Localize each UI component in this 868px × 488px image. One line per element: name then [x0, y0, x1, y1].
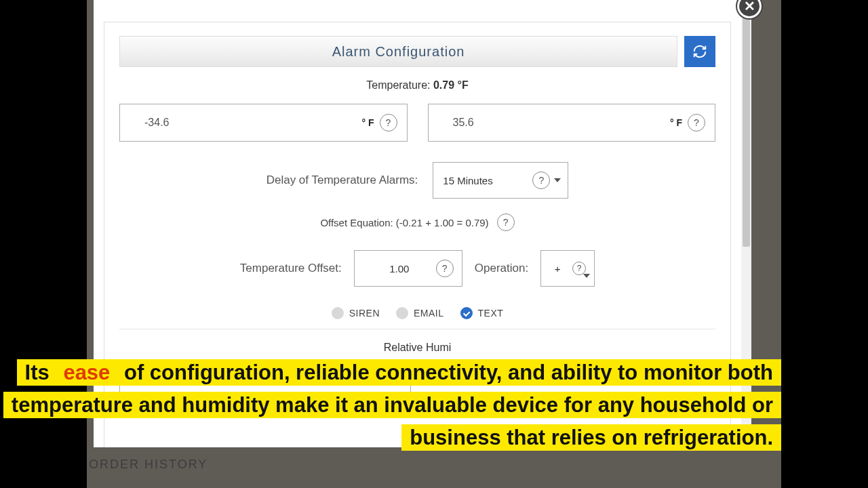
radio-icon: [332, 307, 344, 319]
humidity-section-title: Relative Humi: [119, 342, 715, 354]
help-icon[interactable]: ?: [436, 260, 454, 277]
video-caption-overlay: Its ease of configuration, reliable conn…: [0, 357, 781, 454]
notification-options: SIREN EMAIL TEXT: [119, 307, 715, 319]
notify-siren[interactable]: SIREN: [332, 307, 380, 319]
radio-icon: [396, 307, 408, 319]
operation-select[interactable]: + ?: [540, 250, 595, 287]
current-temperature: Temperature: 0.79 °F: [119, 79, 715, 92]
dialog-title: Alarm Configuration: [119, 36, 677, 67]
help-icon[interactable]: ?: [497, 214, 515, 231]
high-temp-field[interactable]: ° F ?: [428, 104, 716, 142]
offset-field[interactable]: 1.00 ?: [354, 250, 462, 287]
delay-select[interactable]: 15 Minutes ?: [433, 162, 568, 199]
close-icon: ✕: [744, 0, 755, 14]
low-temp-field[interactable]: ° F ?: [119, 104, 408, 142]
low-temp-unit: ° F: [361, 117, 374, 128]
radio-checked-icon: [460, 307, 473, 319]
delay-label: Delay of Temperature Alarms:: [267, 174, 418, 187]
scrollbar-thumb[interactable]: [743, 9, 750, 247]
offset-label: Temperature Offset:: [240, 262, 342, 275]
notify-email[interactable]: EMAIL: [396, 307, 444, 319]
offset-equation: Offset Equation: (-0.21 + 1.00 = 0.79) ?: [119, 214, 715, 231]
help-icon[interactable]: ?: [532, 171, 550, 189]
high-temp-input[interactable]: [453, 117, 670, 129]
chevron-down-icon: [583, 274, 590, 278]
operation-value: +: [549, 263, 566, 274]
chevron-down-icon: [554, 178, 561, 182]
high-temp-unit: ° F: [670, 117, 682, 128]
refresh-button[interactable]: [684, 36, 715, 67]
help-icon[interactable]: ?: [380, 114, 397, 131]
refresh-icon: [692, 44, 707, 59]
help-icon[interactable]: ?: [688, 114, 705, 131]
notify-text[interactable]: TEXT: [460, 307, 504, 319]
delay-value: 15 Minutes: [443, 175, 532, 186]
section-divider: [119, 329, 715, 329]
offset-value: 1.00: [363, 263, 436, 274]
nav-order-history[interactable]: ORDER HISTORY: [89, 458, 208, 472]
help-icon[interactable]: ?: [572, 262, 586, 275]
operation-label: Operation:: [475, 262, 528, 275]
low-temp-input[interactable]: [144, 117, 361, 129]
